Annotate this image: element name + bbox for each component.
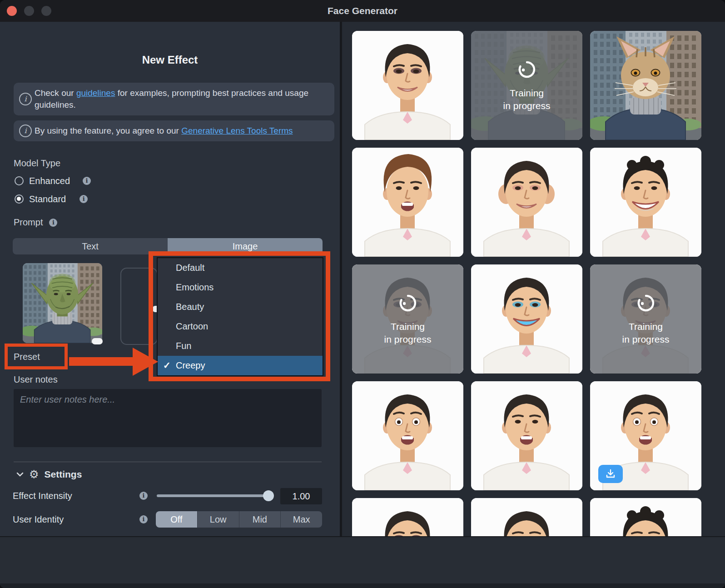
prompt-image-thumbnail[interactable]: [23, 263, 102, 343]
info-text: Check our: [35, 88, 76, 98]
info-icon[interactable]: i: [139, 492, 148, 500]
tab-text[interactable]: Text: [13, 238, 168, 254]
effect-intensity-value[interactable]: 1.00: [280, 488, 322, 504]
annotation-rectangle-menu: [149, 251, 330, 381]
radio-circle[interactable]: [15, 194, 24, 204]
prompt-label: Prompt i: [14, 217, 57, 228]
settings-title: Settings: [45, 469, 82, 480]
radio-circle[interactable]: [15, 176, 24, 185]
face-preview-image: [471, 264, 582, 374]
preview-tile-10[interactable]: [352, 381, 463, 490]
segment-low[interactable]: Low: [198, 511, 239, 528]
face-preview-image: [352, 148, 463, 257]
training-overlay: Trainingin progress: [471, 31, 582, 140]
info-icon[interactable]: i: [79, 195, 88, 203]
info-icon: i: [19, 93, 32, 105]
training-overlay: Trainingin progress: [590, 264, 701, 374]
info-icon[interactable]: i: [83, 177, 91, 185]
slider-thumb[interactable]: [263, 490, 274, 501]
face-preview-image: [471, 381, 582, 490]
download-icon: [605, 469, 616, 479]
previews-panel: Trainingin progress: [342, 22, 725, 536]
settings-header[interactable]: ⚙ Settings: [16, 468, 82, 481]
thumbnail-badge: [92, 338, 103, 344]
new-effect-panel: New Effect i Check our guidelines for ex…: [0, 22, 340, 536]
training-label: in progress: [622, 333, 670, 346]
spinner-icon: [635, 292, 657, 314]
preview-tile-11[interactable]: [471, 381, 582, 490]
chevron-down-icon: [16, 472, 24, 477]
preview-tile-8[interactable]: [471, 264, 582, 374]
bottom-bar: Generate previews: [0, 536, 725, 588]
terms-info-box: i By using the feature, you agree to our…: [14, 120, 334, 141]
radio-standard[interactable]: Standard i: [15, 194, 88, 204]
guidelines-info-box: i Check our guidelines for examples, pro…: [14, 83, 334, 115]
effect-intensity-label: Effect Intensity: [13, 491, 72, 501]
info-icon: i: [19, 125, 32, 137]
effect-intensity-slider[interactable]: [157, 494, 273, 497]
preview-tile-7[interactable]: Trainingin progress: [352, 264, 463, 374]
training-label: Training: [391, 320, 425, 333]
spinner-icon: [397, 292, 419, 314]
user-identity-segmented-control: OffLowMidMax: [156, 511, 322, 528]
preview-tile-5[interactable]: [471, 148, 582, 257]
preview-tile-14[interactable]: [471, 498, 582, 536]
face-preview-image: [590, 148, 701, 257]
annotation-arrow-head: [133, 348, 158, 376]
window-edge: [0, 583, 725, 588]
gear-icon: ⚙: [29, 468, 39, 481]
model-type-label: Model Type: [14, 158, 60, 169]
user-notes-input[interactable]: [14, 389, 322, 447]
previews-grid: Trainingin progress: [352, 31, 701, 536]
preview-tile-2[interactable]: Trainingin progress: [471, 31, 582, 140]
preview-tile-4[interactable]: [352, 148, 463, 257]
user-notes-label: User notes: [14, 374, 58, 385]
segment-mid[interactable]: Mid: [239, 511, 281, 528]
training-label: Training: [510, 87, 544, 100]
face-preview-image: [352, 31, 463, 140]
user-identity-label: User Identity: [13, 514, 64, 525]
download-button[interactable]: [598, 465, 623, 483]
preview-tile-9[interactable]: Trainingin progress: [590, 264, 701, 374]
preview-tile-1[interactable]: [352, 31, 463, 140]
training-label: in progress: [384, 333, 432, 346]
face-preview-image: [471, 498, 582, 536]
app-window: Face Generator New Effect i Check our gu…: [0, 0, 725, 588]
guidelines-link[interactable]: guidelines: [76, 88, 115, 98]
face-preview-image: [352, 381, 463, 490]
spinner-icon: [516, 59, 538, 80]
face-preview-image: [471, 148, 582, 257]
radio-label: Enhanced: [29, 176, 70, 186]
info-icon[interactable]: i: [139, 515, 148, 523]
annotation-rectangle-preset: [5, 344, 68, 369]
face-preview-image: [352, 498, 463, 536]
preview-tile-3[interactable]: [590, 31, 701, 140]
prompt-label-text: Prompt: [14, 217, 43, 228]
training-label: in progress: [503, 100, 551, 112]
preview-tile-12[interactable]: [590, 381, 701, 490]
preview-tile-6[interactable]: [590, 148, 701, 257]
radio-label: Standard: [29, 194, 66, 204]
preview-tile-13[interactable]: [352, 498, 463, 536]
window-title: Face Generator: [0, 0, 725, 22]
title-bar: Face Generator: [0, 0, 725, 22]
face-preview-image: [590, 31, 701, 140]
segment-off[interactable]: Off: [156, 511, 198, 528]
training-overlay: Trainingin progress: [352, 264, 463, 374]
terms-link[interactable]: Generative Lens Tools Terms: [181, 126, 293, 135]
info-text: By using the feature, you agree to our: [35, 126, 181, 135]
page-title: New Effect: [0, 54, 340, 66]
info-icon[interactable]: i: [49, 219, 57, 227]
face-preview-image: [590, 498, 701, 536]
segment-max[interactable]: Max: [281, 511, 322, 528]
training-label: Training: [629, 320, 663, 333]
divider: [14, 462, 322, 462]
face-preview-image: [23, 263, 102, 343]
annotation-arrow: [69, 357, 134, 366]
preview-tile-15[interactable]: [590, 498, 701, 536]
radio-enhanced[interactable]: Enhanced i: [15, 175, 91, 186]
